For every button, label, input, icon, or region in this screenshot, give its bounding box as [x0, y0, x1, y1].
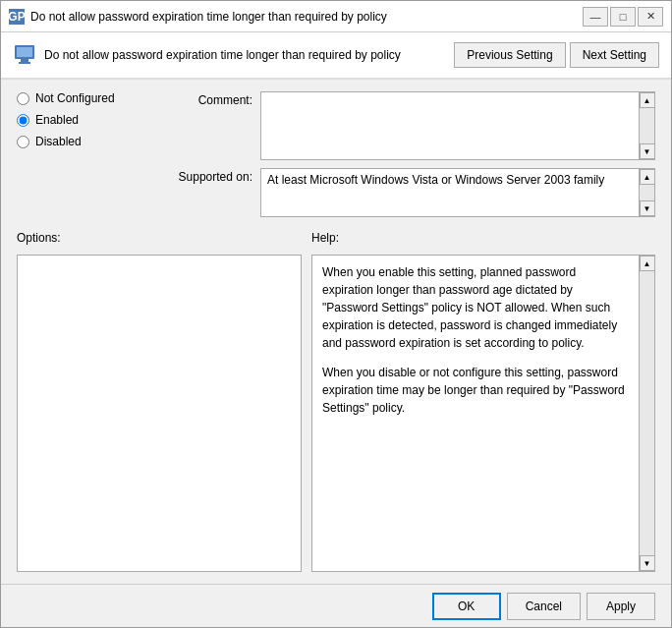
not-configured-option[interactable]: Not Configured — [17, 91, 144, 105]
supported-scrollbar: ▲ ▼ — [639, 169, 654, 216]
window-icon: GP — [9, 9, 25, 25]
previous-setting-button[interactable]: Previous Setting — [454, 42, 565, 68]
supported-group: Supported on: At least Microsoft Windows… — [154, 168, 655, 217]
supported-scroll-up[interactable]: ▲ — [640, 169, 655, 185]
title-bar: GP Do not allow password expiration time… — [1, 1, 671, 32]
footer: OK Cancel Apply — [1, 584, 671, 627]
title-buttons: — □ ✕ — [583, 7, 663, 27]
maximize-button[interactable]: □ — [610, 7, 636, 27]
supported-value: At least Microsoft Windows Vista or Wind… — [261, 169, 654, 192]
not-configured-label: Not Configured — [35, 91, 115, 105]
top-section: Not Configured Enabled Disabled Comment: — [17, 91, 655, 217]
minimize-button[interactable]: — — [583, 7, 608, 27]
not-configured-radio[interactable] — [17, 92, 29, 105]
title-bar-left: GP Do not allow password expiration time… — [9, 9, 583, 25]
comment-box: ▲ ▼ — [260, 91, 655, 160]
header-buttons: Previous Setting Next Setting — [454, 42, 659, 68]
help-scroll-track[interactable] — [640, 271, 654, 555]
supported-scroll-down[interactable]: ▼ — [640, 200, 655, 216]
comment-scrollbar: ▲ ▼ — [639, 92, 654, 159]
close-button[interactable]: ✕ — [638, 7, 663, 27]
comment-group: Comment: ▲ ▼ — [154, 91, 655, 160]
svg-rect-3 — [19, 62, 30, 64]
header-left: Do not allow password expiration time lo… — [13, 43, 454, 67]
disabled-label: Disabled — [35, 135, 82, 148]
ok-button[interactable]: OK — [432, 593, 501, 620]
section-labels: Options: Help: — [17, 227, 655, 245]
enabled-option[interactable]: Enabled — [17, 113, 144, 127]
svg-rect-1 — [17, 47, 32, 57]
help-scroll-down[interactable]: ▼ — [640, 555, 655, 571]
right-column: Comment: ▲ ▼ Supported on: At least — [154, 91, 655, 217]
bottom-panels: When you enable this setting, planned pa… — [17, 255, 655, 572]
window-title: Do not allow password expiration time lo… — [30, 10, 387, 24]
options-label: Options: — [17, 231, 302, 245]
header-icon — [13, 43, 36, 67]
help-paragraph-1: When you enable this setting, planned pa… — [322, 263, 629, 352]
help-paragraph-2: When you disable or not configure this s… — [322, 364, 629, 417]
header-bar: Do not allow password expiration time lo… — [1, 32, 671, 80]
comment-scroll-track[interactable] — [640, 108, 654, 143]
comment-scroll-down[interactable]: ▼ — [640, 143, 655, 159]
supported-label: Supported on: — [154, 168, 252, 184]
main-window: GP Do not allow password expiration time… — [0, 0, 672, 628]
help-label: Help: — [311, 231, 655, 245]
help-text-area: When you enable this setting, planned pa… — [312, 256, 639, 571]
enabled-label: Enabled — [35, 113, 79, 127]
comment-textarea[interactable] — [261, 92, 639, 159]
help-panel: When you enable this setting, planned pa… — [311, 255, 655, 572]
comment-label: Comment: — [154, 91, 252, 107]
help-scrollbar: ▲ ▼ — [639, 256, 654, 571]
next-setting-button[interactable]: Next Setting — [570, 42, 659, 68]
comment-scroll-up[interactable]: ▲ — [640, 92, 655, 108]
disabled-radio[interactable] — [17, 136, 29, 148]
supported-scroll-track[interactable] — [640, 185, 654, 200]
apply-button[interactable]: Apply — [587, 593, 655, 620]
content-area: Not Configured Enabled Disabled Comment: — [1, 80, 671, 584]
cancel-button[interactable]: Cancel — [507, 593, 581, 620]
options-panel — [17, 255, 302, 572]
help-scroll-up[interactable]: ▲ — [640, 256, 655, 271]
enabled-radio[interactable] — [17, 114, 29, 127]
disabled-option[interactable]: Disabled — [17, 135, 144, 148]
radio-column: Not Configured Enabled Disabled — [17, 91, 144, 148]
supported-box: At least Microsoft Windows Vista or Wind… — [260, 168, 655, 217]
header-title: Do not allow password expiration time lo… — [44, 48, 401, 62]
